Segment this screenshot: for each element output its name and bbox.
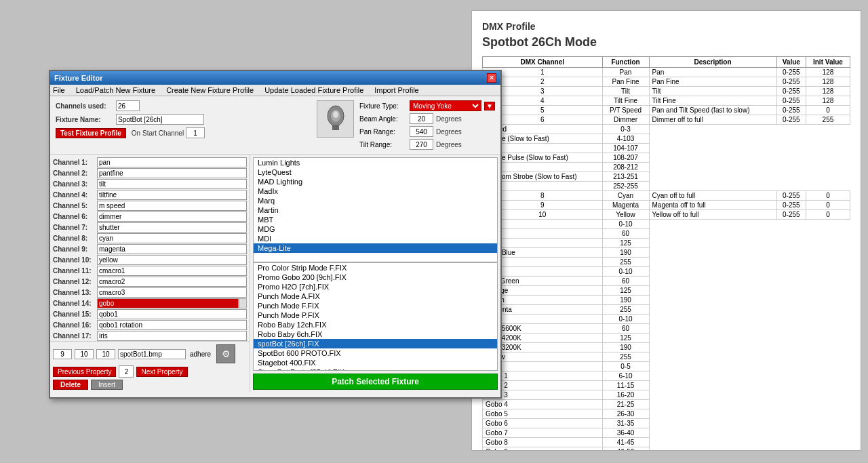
channel-row: Channel 16:: [53, 320, 247, 330]
channel-value-input[interactable]: [97, 244, 247, 254]
channel-value-input[interactable]: [97, 222, 247, 233]
col-header-func: Function: [602, 57, 649, 68]
manufacturer-item[interactable]: Martin: [254, 205, 497, 215]
fixture-body: Channel 1:Channel 2:Channel 3:Channel 4:…: [50, 155, 500, 392]
profile-item[interactable]: Stagebot 400.FIX: [254, 358, 497, 367]
channel-value-input[interactable]: [97, 309, 247, 319]
channel-value-input[interactable]: [97, 168, 247, 178]
channel-value-input[interactable]: [97, 179, 247, 189]
close-button[interactable]: ✕: [487, 73, 496, 83]
profile-item[interactable]: spotBot [26ch].FIX: [254, 339, 497, 348]
channel-props: adhere ⚙ Previous Property Next Property…: [50, 341, 250, 392]
fixture-type-arrow[interactable]: ▼: [484, 102, 495, 110]
svg-rect-1: [332, 125, 339, 130]
manufacturer-item[interactable]: MAD Lighting: [254, 177, 497, 186]
beam-angle-unit: Degrees: [436, 115, 462, 123]
delete-button[interactable]: Delete: [53, 380, 88, 390]
dmx-profile-subtitle: Spotbot 26Ch Mode: [482, 35, 850, 49]
channel-value-input[interactable]: [97, 157, 247, 167]
channel-row: Channel 14:: [53, 298, 247, 308]
menu-import[interactable]: Import Profile: [374, 86, 418, 94]
beam-angle-input[interactable]: [410, 113, 433, 124]
channel-value-input[interactable]: [97, 266, 247, 276]
prop-page-input[interactable]: [119, 365, 134, 378]
channel-label: Channel 5:: [53, 202, 97, 209]
channel-row: Channel 13:: [53, 287, 247, 298]
channel-scroll[interactable]: [239, 298, 247, 308]
patch-fixture-button[interactable]: Patch Selected Fixture: [253, 374, 498, 390]
profile-item[interactable]: Pro Color Strip Mode F.FIX: [254, 263, 497, 273]
channels-used-input[interactable]: [116, 100, 140, 111]
props-row-1: adhere ⚙: [53, 344, 247, 363]
beam-angle-row: Beam Angle: Degrees: [359, 113, 495, 124]
manufacturer-item[interactable]: MDG: [254, 224, 497, 234]
channel-value-input[interactable]: [97, 255, 247, 265]
prop-label: adhere: [190, 350, 211, 358]
menu-file[interactable]: File: [53, 86, 65, 94]
fixture-name-row: Fixture Name:: [56, 114, 311, 125]
fixture-top-section: Channels used: Fixture Name: Test Fixtur…: [50, 96, 500, 155]
titlebar: Fixture Editor ✕: [50, 71, 500, 85]
tilt-range-input[interactable]: [410, 139, 433, 150]
channel-value-input[interactable]: [97, 287, 247, 298]
dmx-table: DMX Channel Function Description Value I…: [482, 56, 850, 451]
channel-row: Channel 3:: [53, 179, 247, 189]
pan-range-input[interactable]: [410, 126, 433, 137]
profile-item[interactable]: Punch Mode P.FIX: [254, 310, 497, 320]
profile-item[interactable]: Robo Baby 12ch.FIX: [254, 320, 497, 329]
channel-section: Channel 1:Channel 2:Channel 3:Channel 4:…: [50, 155, 250, 392]
menu-load[interactable]: Load/Patch New Fixture: [76, 86, 155, 94]
channel-value-input[interactable]: [97, 277, 247, 287]
manufacturer-item[interactable]: Lumin Lights: [254, 158, 497, 167]
fixture-type-select[interactable]: Moving Yoke: [410, 100, 481, 111]
channel-value-input[interactable]: [97, 331, 247, 341]
start-channel-row: On Start Channel: [132, 127, 205, 138]
col-header-val: Value: [776, 57, 806, 68]
channel-label: Channel 13:: [53, 289, 97, 296]
menu-create[interactable]: Create New Fixture Profile: [166, 86, 254, 94]
channel-label: Channel 9:: [53, 245, 97, 253]
manufacturer-list[interactable]: Lumin LightsLyteQuestMAD LightingMadIxMa…: [253, 157, 498, 262]
prev-property-button[interactable]: Previous Property: [53, 367, 116, 377]
prop-bitmap-input[interactable]: [118, 349, 186, 359]
window-title: Fixture Editor: [54, 74, 103, 82]
start-channel-input[interactable]: [186, 127, 205, 138]
manufacturer-item[interactable]: MDI: [254, 234, 497, 243]
manufacturer-item[interactable]: MadIx: [254, 186, 497, 196]
manufacturer-item[interactable]: MBT: [254, 215, 497, 224]
menu-update[interactable]: Update Loaded Fixture Profile: [264, 86, 363, 94]
manufacturer-item[interactable]: Mega-Lite: [254, 243, 497, 253]
channel-label: Channel 14:: [53, 300, 97, 307]
channel-row: Channel 11:: [53, 266, 247, 276]
channel-value-input[interactable]: [97, 212, 247, 222]
settings-icon-button[interactable]: ⚙: [216, 344, 235, 363]
channel-value-input[interactable]: [97, 320, 247, 330]
prop-num1-input[interactable]: [53, 349, 72, 359]
channel-value-input[interactable]: [97, 201, 247, 211]
fixture-type-row: Fixture Type: Moving Yoke ▼: [359, 100, 495, 111]
profile-item[interactable]: Punch Mode A.FIX: [254, 291, 497, 301]
profile-list[interactable]: Pro Color Strip Mode F.FIXPromo Gobo 200…: [253, 262, 498, 371]
manufacturer-item[interactable]: LyteQuest: [254, 167, 497, 177]
col-header-desc: Description: [649, 57, 776, 68]
manufacturer-item[interactable]: Marq: [254, 196, 497, 205]
prop-num2-input[interactable]: [75, 349, 94, 359]
channel-label: Channel 17:: [53, 332, 97, 340]
profile-item[interactable]: Promo Gobo 200 [9ch].FIX: [254, 273, 497, 282]
channel-value-input[interactable]: [97, 233, 247, 243]
channel-value-input[interactable]: [97, 298, 239, 308]
profile-item[interactable]: SpotBot 600 PROTO.FIX: [254, 348, 497, 358]
test-fixture-button[interactable]: Test Fixture Profile: [56, 128, 126, 138]
profile-item[interactable]: Robo Baby 6ch.FIX: [254, 329, 497, 339]
next-property-button[interactable]: Next Property: [136, 367, 187, 377]
fixture-name-input[interactable]: [116, 114, 204, 125]
prop-num3-input[interactable]: [96, 349, 115, 359]
profile-item[interactable]: StageBot Proto [25ch].FIX: [254, 367, 497, 371]
channel-value-input[interactable]: [97, 190, 247, 200]
channel-label: Channel 6:: [53, 213, 97, 220]
profile-item[interactable]: Promo H2O [7ch].FIX: [254, 282, 497, 291]
channel-row: Channel 1:: [53, 157, 247, 167]
svg-point-3: [333, 111, 338, 118]
insert-button[interactable]: Insert: [91, 380, 123, 390]
profile-item[interactable]: Punch Mode F.FIX: [254, 301, 497, 310]
